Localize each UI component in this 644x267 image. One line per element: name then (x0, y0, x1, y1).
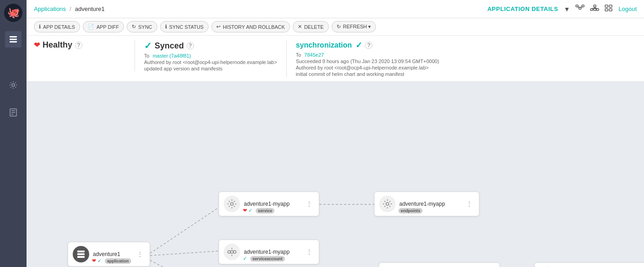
breadcrumb-separator: / (70, 5, 71, 12)
tree-icon[interactable] (590, 5, 599, 14)
sidebar-logo[interactable]: 🐙 (4, 4, 22, 22)
sidebar-item-docs[interactable] (5, 104, 21, 121)
delete-icon: ✕ (298, 24, 302, 30)
healthy-question-icon[interactable]: ? (75, 42, 82, 49)
sync-policy-to-link[interactable]: 7845e27 (304, 52, 324, 58)
node-pod[interactable]: adventure1-myapp-54d94d9c9c-5... ⋮ ❤ run… (534, 262, 644, 267)
node-service[interactable]: adventure1-myapp ⋮ ❤ ✓ service (219, 192, 319, 216)
svg-rect-13 (594, 5, 596, 7)
sync-status-button[interactable]: ℹ SYNC STATUS (160, 21, 209, 32)
node-replicaset1[interactable]: adventure1-myapp-54d94d9c9c ⋮ ❤ rev:2 re… (379, 262, 500, 267)
service-badge: service (256, 208, 274, 214)
sync-policy-author: Authored by root <root@ocp4-upi-helperno… (296, 65, 429, 70)
root-check-icon: ✓ (97, 258, 102, 264)
filter-icon[interactable]: ▼ (564, 5, 570, 13)
sync-policy-succeeded: Succeeded 9 hours ago (Thu Jan 23 2020 1… (296, 59, 439, 64)
breadcrumb-applications-link[interactable]: Applications (34, 5, 66, 12)
header: Applications / adventure1 APPLICATION DE… (27, 0, 644, 18)
svg-rect-0 (10, 36, 17, 37)
refresh-button[interactable]: ↻ REFRESH ▾ (332, 21, 376, 32)
serviceaccount-label: adventure1-myapp (244, 249, 301, 255)
synced-question-icon[interactable]: ? (187, 42, 194, 49)
network-icon[interactable] (575, 5, 585, 14)
svg-rect-20 (605, 5, 608, 7)
synced-message: updated app version and manifests (144, 66, 222, 71)
root-icon (73, 246, 89, 262)
root-label: adventure1 (93, 251, 131, 257)
diff-icon: 📄 (88, 24, 94, 30)
sync-policy-title[interactable]: synchronization (296, 41, 352, 49)
breadcrumb: Applications / adventure1 (34, 5, 105, 12)
history-button[interactable]: ↩ HISTORY AND ROLLBACK (211, 21, 290, 32)
sidebar: 🐙 (0, 0, 27, 267)
svg-rect-22 (605, 9, 608, 11)
status-bar: ❤ Healthy ? ✓ Synced ? To master (7a48f8… (27, 36, 644, 82)
svg-line-11 (577, 7, 580, 7)
service-heart-icon: ❤ (243, 208, 247, 214)
sidebar-item-layers[interactable] (5, 31, 21, 48)
sync-policy-question-icon[interactable]: ? (365, 42, 372, 49)
svg-rect-31 (77, 251, 85, 252)
heart-icon: ❤ (34, 41, 40, 49)
service-menu[interactable]: ⋮ (304, 199, 314, 208)
graph-connections (27, 82, 644, 267)
sync-policy-check-icon: ✓ (355, 40, 362, 50)
svg-rect-9 (579, 7, 581, 9)
app-details-button[interactable]: ℹ APP DETAILS (34, 21, 80, 32)
sync-button[interactable]: ↻ SYNC (127, 21, 157, 32)
service-icon (224, 196, 240, 212)
root-badge: application (105, 258, 131, 264)
svg-rect-33 (77, 256, 85, 258)
svg-line-12 (580, 7, 583, 7)
root-heart-icon: ❤ (92, 258, 96, 264)
svg-line-25 (150, 251, 219, 256)
synced-check-icon: ✓ (144, 40, 152, 51)
svg-point-36 (231, 251, 233, 253)
node-serviceaccount[interactable]: adventure1-myapp ⋮ ✓ serviceaccount (219, 240, 319, 264)
synced-to-label: To (144, 53, 150, 59)
info-icon: ℹ (39, 24, 41, 30)
synced-author: Authored by root <root@ocp4-upi-helperno… (144, 59, 277, 65)
service-check-icon: ✓ (248, 208, 252, 214)
serviceaccount-check-icon: ✓ (243, 256, 247, 262)
svg-point-38 (228, 251, 231, 253)
serviceaccount-icon (224, 244, 240, 260)
grid-icon[interactable] (605, 5, 613, 14)
logout-button[interactable]: Logout (618, 5, 637, 12)
svg-line-26 (150, 260, 219, 267)
sync-icon: ↻ (132, 24, 136, 30)
serviceaccount-menu[interactable]: ⋮ (304, 247, 314, 256)
endpoints-badge: endpoints (398, 208, 423, 214)
sync-policy-to-label: To (296, 52, 301, 58)
node-endpoints[interactable]: adventure1-myapp ⋮ endpoints (374, 192, 479, 216)
endpoints-label: adventure1-myapp (399, 201, 461, 207)
svg-rect-14 (590, 9, 593, 11)
sidebar-item-settings[interactable] (5, 77, 21, 93)
app-diff-button[interactable]: 📄 APP DIFF (83, 21, 124, 32)
svg-line-24 (150, 208, 219, 253)
synced-to-link[interactable]: master (7a48f81) (153, 53, 191, 59)
root-menu[interactable]: ⋮ (135, 250, 145, 259)
header-right: APPLICATION DETAILS ▼ (487, 5, 637, 14)
status-healthy: ❤ Healthy ? (34, 40, 134, 52)
delete-button[interactable]: ✕ DELETE (293, 21, 329, 32)
page-title: APPLICATION DETAILS (487, 5, 558, 12)
svg-rect-21 (609, 5, 612, 7)
svg-rect-10 (582, 5, 584, 7)
header-icons: ▼ (564, 5, 613, 14)
endpoints-menu[interactable]: ⋮ (464, 199, 474, 208)
endpoints-badges: endpoints (398, 208, 423, 214)
service-badges: ❤ ✓ service (243, 208, 274, 214)
status-synced: ✓ Synced ? To master (7a48f81) Authored … (134, 40, 286, 71)
svg-rect-8 (576, 5, 578, 7)
svg-rect-23 (609, 9, 612, 11)
main-content: Applications / adventure1 APPLICATION DE… (27, 0, 644, 267)
status-sync-policy: synchronization ✓ ? To 7845e27 Succeeded… (286, 40, 448, 77)
serviceaccount-badge: serviceaccount (250, 256, 285, 262)
svg-point-34 (231, 203, 233, 205)
sync-policy-message: initial commit of helm chart and working… (296, 71, 404, 77)
history-icon: ↩ (216, 24, 220, 30)
endpoints-icon (379, 196, 396, 212)
node-root[interactable]: adventure1 ⋮ ❤ ✓ application (68, 242, 150, 267)
svg-rect-15 (594, 9, 596, 11)
